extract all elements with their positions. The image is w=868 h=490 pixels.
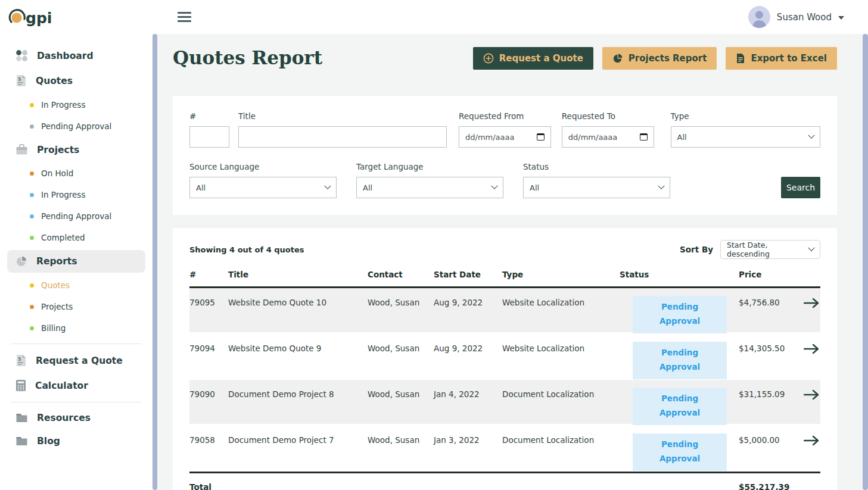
logo[interactable]: gpi	[0, 7, 157, 28]
open-quote-arrow-icon[interactable]	[799, 344, 820, 379]
quote-id: 79095	[189, 298, 228, 333]
date-placeholder: dd/mm/aaaa	[465, 133, 514, 142]
status-bullet	[30, 283, 34, 288]
sidebar-item-label: Calculator	[35, 380, 88, 391]
open-quote-arrow-icon[interactable]	[799, 435, 820, 471]
sidebar-item-reports-quotes[interactable]: Quotes	[0, 274, 153, 296]
quote-start-date: Jan 4, 2022	[434, 389, 502, 425]
projects-report-button[interactable]: Projects Report	[602, 47, 717, 70]
sidebar-item-label: Projects	[37, 145, 79, 155]
export-to-excel-button[interactable]: Export to Excel	[726, 47, 837, 70]
hamburger-menu-icon[interactable]	[176, 7, 192, 27]
target-language-label: Target Language	[356, 162, 503, 171]
sidebar-item-blog[interactable]: Blog	[7, 430, 145, 452]
status-bullet	[30, 236, 34, 240]
select-value: All	[196, 183, 206, 192]
sidebar-item-label: Pending Approval	[41, 121, 111, 131]
sidebar-item-quotes-pending-approval[interactable]: Pending Approval	[0, 116, 153, 137]
title-filter-label: Title	[238, 111, 447, 121]
quote-type: Document Localization	[502, 389, 620, 425]
sidebar-item-dashboard[interactable]: Dashboard	[7, 44, 145, 67]
table-row[interactable]: 79090 Document Demo Project 8 Wood, Susa…	[189, 380, 820, 424]
divider	[11, 402, 142, 402]
chevron-down-icon	[491, 183, 497, 189]
sidebar-item-quotes-in-progress[interactable]: In Progress	[0, 94, 153, 116]
sidebar-item-reports[interactable]: Reports	[7, 250, 145, 273]
quote-id: 79090	[189, 389, 228, 425]
calculator-icon	[15, 379, 26, 392]
sidebar-item-reports-billing[interactable]: Billing	[0, 317, 153, 339]
search-button[interactable]: Search	[781, 177, 820, 198]
column-header: Contact	[368, 270, 434, 279]
column-header: Status	[620, 270, 739, 279]
sidebar-item-quotes[interactable]: $ Quotes	[7, 69, 145, 92]
briefcase-icon	[15, 144, 28, 155]
column-header: Type	[502, 270, 620, 279]
sidebar-item-projects-on-hold[interactable]: On Hold	[0, 163, 153, 184]
user-silhouette-icon	[748, 8, 770, 28]
quote-contact: Wood, Susan	[368, 298, 434, 333]
folder-icon	[15, 413, 28, 423]
column-header: Price	[739, 270, 799, 279]
status-filter-label: Status	[523, 162, 670, 171]
sidebar-item-projects[interactable]: Projects	[7, 139, 145, 161]
type-select[interactable]: All	[671, 126, 820, 148]
open-quote-arrow-icon[interactable]	[799, 298, 820, 333]
sidebar-item-calculator[interactable]: Calculator	[7, 374, 145, 397]
calendar-icon[interactable]	[537, 133, 545, 141]
quote-title: Website Demo Quote 9	[228, 344, 368, 379]
sidebar-item-projects-pending-approval[interactable]: Pending Approval	[0, 205, 153, 227]
quote-start-date: Aug 9, 2022	[434, 298, 502, 333]
sidebar-item-label: Completed	[41, 233, 85, 242]
quote-type: Document Localization	[502, 435, 620, 471]
select-value: Start Date, descending	[727, 241, 809, 258]
chevron-down-icon	[658, 183, 664, 189]
requested-to-date-input[interactable]: dd/mm/aaaa	[562, 126, 654, 148]
status-select[interactable]: All	[523, 177, 670, 198]
quote-price: $4,756.80	[739, 298, 799, 333]
status-badge: Pending Approval	[633, 342, 727, 379]
sidebar-item-label: Dashboard	[37, 51, 94, 61]
chevron-down-icon	[324, 183, 331, 189]
user-menu[interactable]: Susan Wood	[748, 6, 844, 28]
sidebar-item-resources[interactable]: Resources	[7, 407, 145, 429]
sidebar-item-label: Reports	[36, 256, 77, 267]
page-scrollbar[interactable]	[863, 34, 868, 490]
sidebar-item-projects-in-progress[interactable]: In Progress	[0, 184, 153, 205]
target-language-select[interactable]: All	[356, 177, 503, 198]
svg-text:$: $	[18, 356, 21, 362]
sidebar-item-reports-projects[interactable]: Projects	[0, 296, 153, 317]
calendar-icon[interactable]	[640, 133, 648, 141]
plus-circle-icon	[483, 53, 494, 64]
sidebar-item-projects-completed[interactable]: Completed	[0, 227, 153, 248]
sidebar-item-label: Blog	[37, 436, 60, 447]
sidebar-item-label: Quotes	[41, 280, 70, 290]
excel-document-icon	[736, 53, 745, 64]
number-filter-label: #	[189, 111, 229, 121]
number-filter-input[interactable]	[189, 126, 229, 148]
title-filter-input[interactable]	[238, 126, 447, 148]
quote-type: Website Localization	[502, 344, 620, 379]
requested-from-date-input[interactable]: dd/mm/aaaa	[459, 126, 551, 148]
table-row[interactable]: 79094 Website Demo Quote 9 Wood, Susan A…	[189, 334, 820, 378]
total-value: $55,217.39	[739, 482, 799, 490]
sidebar-item-label: Projects	[41, 302, 73, 311]
sidebar-scrollbar[interactable]	[153, 34, 157, 490]
total-label: Total	[189, 482, 739, 490]
sidebar-item-label: In Progress	[41, 100, 85, 110]
status-badge: Pending Approval	[633, 296, 727, 333]
sort-select[interactable]: Start Date, descending	[720, 240, 820, 259]
divider	[11, 344, 142, 344]
source-language-select[interactable]: All	[189, 177, 337, 198]
quote-title: Document Demo Project 8	[228, 389, 368, 425]
request-a-quote-button[interactable]: Request a Quote	[473, 47, 593, 70]
select-value: All	[363, 183, 372, 192]
button-label: Request a Quote	[499, 53, 583, 64]
open-quote-arrow-icon[interactable]	[799, 389, 820, 425]
sidebar-item-request-a-quote[interactable]: $ Request a Quote	[7, 349, 145, 372]
status-bullet	[30, 214, 34, 219]
quote-title: Website Demo Quote 10	[228, 298, 368, 333]
table-row[interactable]: 79095 Website Demo Quote 10 Wood, Susan …	[189, 288, 820, 332]
table-row[interactable]: 79058 Document Demo Project 7 Wood, Susa…	[189, 426, 820, 470]
quote-document-icon: $	[15, 354, 27, 367]
